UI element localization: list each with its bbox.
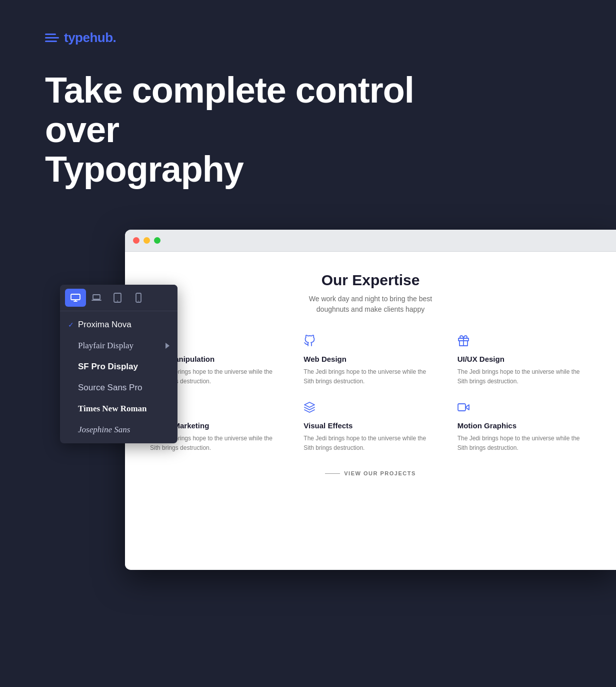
service-title-motion: Motion Graphics [458,421,591,430]
camera-icon [458,401,591,416]
traffic-light-yellow[interactable] [144,237,150,244]
tablet-device-btn[interactable] [107,289,128,307]
expertise-title: Our Expertise [150,272,591,289]
browser-area: ✓ Proxima Nova Playfair Display SF Pro D… [0,230,616,570]
cursor-indicator [166,343,170,349]
check-icon: ✓ [68,321,78,329]
mobile-device-btn[interactable] [128,289,149,307]
expertise-subtitle: We work day and night to bring the bestd… [150,294,591,315]
svg-point-8 [138,300,139,301]
font-item-proxima[interactable]: ✓ Proxima Nova [60,314,178,335]
desktop-device-btn[interactable] [65,289,86,307]
traffic-light-green[interactable] [154,237,160,244]
font-list: ✓ Proxima Nova Playfair Display SF Pro D… [60,311,178,443]
service-desc-uiux: The Jedi brings hope to the universe whi… [458,367,591,386]
font-dropdown: ✓ Proxima Nova Playfair Display SF Pro D… [60,285,178,443]
service-item-visual: Visual Effects The Jedi brings hope to t… [304,401,437,453]
github-icon [304,335,437,350]
font-item-sfpro[interactable]: SF Pro Display [60,356,178,377]
layers-icon [304,401,437,416]
gift-icon [458,335,591,350]
svg-rect-1 [45,37,59,39]
font-name-proxima: Proxima Nova [78,320,132,330]
logo-text: typehub. [64,30,116,46]
cta-label: VIEW OUR PROJECTS [344,470,416,476]
cta-line [325,473,340,474]
font-name-playfair: Playfair Display [78,341,134,351]
font-item-sourcesans[interactable]: Source Sans Pro [60,377,178,398]
browser-titlebar [125,230,616,252]
service-item-motion: Motion Graphics The Jedi brings hope to … [458,401,591,453]
svg-rect-17 [458,404,466,411]
svg-rect-3 [71,294,80,300]
service-title-web: Web Design [304,355,437,363]
device-toolbar [60,285,178,311]
service-title-visual: Visual Effects [304,421,437,430]
font-name-sfpro: SF Pro Display [78,362,138,372]
svg-marker-16 [304,402,314,407]
service-desc-web: The Jedi brings hope to the universe whi… [304,367,437,386]
font-item-josephine[interactable]: Josephine Sans [60,419,178,440]
font-item-playfair[interactable]: Playfair Display [60,335,178,356]
service-title-uiux: UI/UX Design [458,355,591,363]
logo-icon [45,32,60,44]
svg-rect-2 [45,41,57,42]
browser-content: Our Expertise We work day and night to b… [125,252,616,570]
service-item-uiux: UI/UX Design The Jedi brings hope to the… [458,335,591,386]
svg-point-6 [117,300,118,301]
font-name-timesnew: Times New Roman [78,404,147,414]
expertise-section: Our Expertise We work day and night to b… [150,272,591,477]
svg-rect-0 [45,34,56,35]
font-name-josephine: Josephine Sans [78,425,130,435]
view-projects-cta[interactable]: VIEW OUR PROJECTS [150,470,591,476]
font-item-timesnew[interactable]: Times New Roman [60,398,178,419]
service-desc-motion: The Jedi brings hope to the universe whi… [458,434,591,453]
traffic-light-red[interactable] [133,237,140,244]
laptop-device-btn[interactable] [86,289,107,307]
service-item-web: Web Design The Jedi brings hope to the u… [304,335,437,386]
bottom-section [0,570,616,687]
header: typehub. Take complete control over Typo… [0,0,616,190]
browser-window: Our Expertise We work day and night to b… [125,230,616,570]
font-name-sourcesans: Source Sans Pro [78,383,142,393]
services-grid: Data Manipulation The Jedi brings hope t… [150,335,591,453]
hero-title: Take complete control over Typography [45,71,420,190]
svg-rect-4 [93,295,100,299]
logo[interactable]: typehub. [45,30,571,46]
service-desc-visual: The Jedi brings hope to the universe whi… [304,434,437,453]
